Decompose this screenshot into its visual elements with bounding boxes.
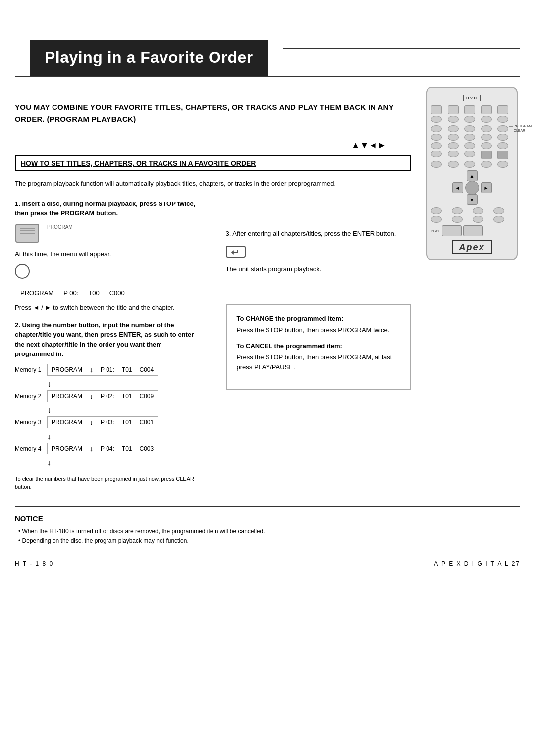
footer-right: A P E X D I G I T A L 27 xyxy=(434,560,520,567)
mem2-p: P 02: xyxy=(101,393,114,400)
remote-top: DVD xyxy=(431,93,513,103)
remote-btn xyxy=(497,105,508,114)
remote-area: DVD xyxy=(421,92,520,491)
mem3-t: T01 xyxy=(122,419,132,426)
apex-text: Apex xyxy=(452,240,491,254)
step1-switch-text: Press ◄ / ► to switch between the title … xyxy=(15,303,201,313)
step3-note: The unit starts program playback. xyxy=(226,264,412,274)
mem1-c: C004 xyxy=(140,366,154,373)
info-box: To CHANGE the programmed item: Press the… xyxy=(226,304,412,391)
remote-btn xyxy=(481,134,492,141)
memory-row-1: Memory 1 PROGRAM ↓ P 01: T01 C004 xyxy=(15,364,201,376)
disc-icon xyxy=(15,223,40,245)
remote-btn xyxy=(497,161,508,168)
remote-btn xyxy=(497,125,508,132)
mem4-t: T01 xyxy=(122,445,132,452)
notice-title: NOTICE xyxy=(15,514,520,523)
remote-btn xyxy=(497,134,508,141)
remote-btn xyxy=(431,134,442,141)
step1-note: At this time, the menu will appear. xyxy=(15,250,201,259)
left-steps: 1. Insert a disc, during normal playback… xyxy=(15,199,211,491)
remote-btn xyxy=(497,151,508,159)
play-button[interactable] xyxy=(442,225,462,236)
program-remote-label: — PROGRAM xyxy=(509,124,532,128)
remote-btn xyxy=(431,151,442,157)
title-bar: Playing in a Favorite Order xyxy=(30,40,268,76)
remote-btn xyxy=(464,125,475,132)
nav-enter[interactable] xyxy=(465,181,479,195)
remote-btn xyxy=(464,142,475,149)
page: Playing in a Favorite Order YOU MAY COMB… xyxy=(0,20,535,756)
mem3-arrow: ↓ xyxy=(90,418,93,426)
remote-btn xyxy=(448,134,459,141)
mem4-p: P 04: xyxy=(101,445,114,452)
mem3-program: PROGRAM xyxy=(52,419,82,426)
circle-icon xyxy=(15,264,30,279)
play-button-2[interactable] xyxy=(463,225,483,236)
remote-btn xyxy=(448,161,459,168)
page-footer: H T - 1 8 0 A P E X D I G I T A L 27 xyxy=(0,546,535,577)
footer-left: H T - 1 8 0 xyxy=(15,560,54,567)
remote-btn xyxy=(448,116,459,123)
nav-left[interactable]: ◄ xyxy=(452,182,463,193)
mem1-program: PROGRAM xyxy=(52,366,82,373)
remote-btn xyxy=(481,151,492,159)
remote-btn xyxy=(448,125,459,132)
memory-box-1: PROGRAM ↓ P 01: T01 C004 xyxy=(47,364,158,376)
program-label: PROGRAM xyxy=(47,224,73,230)
enter-button-icon xyxy=(226,246,246,258)
program-display: PROGRAM P 00: T00 C000 xyxy=(15,287,130,299)
memory-box-4: PROGRAM ↓ P 04: T01 C003 xyxy=(47,443,158,454)
program-display-label: PROGRAM xyxy=(20,289,54,297)
clear-remote-label: — CLEAR xyxy=(509,129,532,132)
nav-up[interactable]: ▲ xyxy=(467,170,478,181)
change-text: Press the STOP button, then press PROGRA… xyxy=(237,325,401,335)
right-steps: 3. After entering all chapters/titles, p… xyxy=(221,199,412,491)
mem2-program: PROGRAM xyxy=(52,393,82,400)
mem1-p: P 01: xyxy=(101,366,114,373)
mem2-t: T01 xyxy=(122,393,132,400)
remote-btn xyxy=(448,105,459,114)
program-display-t: T00 xyxy=(88,289,99,297)
steps-container: 1. Insert a disc, during normal playback… xyxy=(15,199,411,491)
remote-btn xyxy=(473,207,483,214)
remote-btn xyxy=(464,105,475,114)
memory-rows: Memory 1 PROGRAM ↓ P 01: T01 C004 ↓ xyxy=(15,364,201,467)
remote-btn xyxy=(431,142,442,149)
remote-btn xyxy=(473,216,483,223)
remote-btn xyxy=(481,105,492,114)
memory-box-3: PROGRAM ↓ P 03: T01 C001 xyxy=(47,416,158,428)
remote-control: DVD xyxy=(426,87,518,260)
remote-btn xyxy=(431,105,442,114)
memory-box-2: PROGRAM ↓ P 02: T01 C009 xyxy=(47,390,158,402)
arrows-indicator: ▲▼◄► xyxy=(15,140,411,151)
remote-btn xyxy=(431,207,442,214)
mem1-arrow: ↓ xyxy=(90,366,93,374)
nav-down[interactable]: ▼ xyxy=(467,194,478,205)
mem3-c: C001 xyxy=(140,419,154,426)
remote-btn xyxy=(493,207,504,214)
remote-btn xyxy=(448,142,459,149)
remote-btn xyxy=(464,161,475,168)
step3-text: 3. After entering all chapters/titles, p… xyxy=(226,229,412,239)
remote-brand: DVD xyxy=(463,95,481,101)
clear-note: To clear the numbers that have been prog… xyxy=(15,475,201,491)
memory-label-4: Memory 4 xyxy=(15,445,47,452)
apex-logo: Apex xyxy=(431,240,513,254)
play-label: PLAY xyxy=(431,229,439,233)
notice-item-2: • Depending on the disc, the program pla… xyxy=(15,536,520,546)
remote-btn xyxy=(481,116,492,123)
mem3-p: P 03: xyxy=(101,419,114,426)
nav-right[interactable]: ► xyxy=(481,182,492,193)
memory-row-3: Memory 3 PROGRAM ↓ P 03: T01 C001 xyxy=(15,416,201,428)
remote-btn xyxy=(431,125,442,132)
remote-btn xyxy=(448,151,459,157)
remote-btn xyxy=(497,116,508,123)
remote-btn xyxy=(452,216,463,223)
memory-label-2: Memory 2 xyxy=(15,393,47,400)
remote-btn xyxy=(464,116,475,123)
remote-btn xyxy=(452,207,463,214)
program-display-c: C000 xyxy=(109,289,125,297)
remote-btn xyxy=(493,216,504,223)
memory-label-1: Memory 1 xyxy=(15,366,47,373)
